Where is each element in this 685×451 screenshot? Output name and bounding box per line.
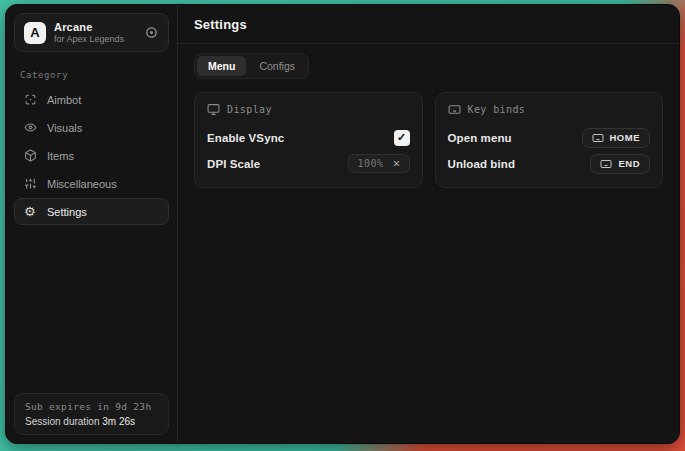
tabs-row: Menu Configs	[178, 44, 679, 79]
dpi-row: DPI Scale 100% ✕	[207, 151, 410, 176]
keybinds-card: Key binds Open menu HOME Unload bin	[435, 92, 664, 188]
display-card: Display Enable VSync ✓ DPI Scale 100% ✕	[194, 92, 423, 188]
gear-icon: ⚙	[24, 205, 37, 218]
session-duration-text: Session duration 3m 26s	[25, 416, 158, 427]
dpi-label: DPI Scale	[207, 158, 260, 170]
app-window: A Arcane for Apex Legends Category Aimbo…	[5, 4, 680, 444]
unload-bind-label: Unload bind	[448, 158, 516, 170]
brand-text: Arcane for Apex Legends	[54, 21, 136, 44]
main-panel: Settings Menu Configs Display	[178, 5, 679, 443]
open-menu-row: Open menu HOME	[448, 125, 651, 150]
target-icon[interactable]	[144, 25, 159, 40]
crosshair-scan-icon	[24, 93, 37, 106]
eye-icon	[24, 121, 37, 134]
page-title: Settings	[194, 17, 663, 32]
sidebar-item-miscellaneous[interactable]: Miscellaneous	[14, 170, 169, 197]
display-card-title: Display	[227, 104, 272, 115]
sidebar-item-label: Miscellaneous	[47, 178, 117, 190]
open-menu-label: Open menu	[448, 132, 512, 144]
tab-group: Menu Configs	[194, 53, 309, 79]
brand-title: Arcane	[54, 21, 136, 33]
sidebar-item-label: Aimbot	[47, 94, 81, 106]
keyboard-icon	[592, 132, 604, 144]
keybind-value: HOME	[610, 132, 641, 143]
tab-menu[interactable]: Menu	[197, 56, 246, 76]
category-label: Category	[20, 70, 165, 80]
sidebar-spacer	[14, 226, 169, 393]
keyboard-icon	[600, 158, 612, 170]
sidebar-item-settings[interactable]: ⚙ Settings	[14, 198, 169, 225]
sliders-icon	[24, 177, 37, 190]
app-logo: A	[24, 22, 46, 44]
dpi-value: 100%	[357, 158, 383, 169]
vsync-checkbox[interactable]: ✓	[394, 130, 410, 146]
unload-keybind-button[interactable]: END	[590, 154, 650, 174]
keybinds-card-header: Key binds	[448, 103, 651, 116]
sub-expiry-text: Sub expires in 9d 23h	[25, 401, 158, 412]
clear-icon[interactable]: ✕	[393, 159, 401, 169]
check-icon: ✓	[397, 131, 406, 144]
main-header: Settings	[178, 5, 679, 44]
sidebar-item-items[interactable]: Items	[14, 142, 169, 169]
tab-configs[interactable]: Configs	[248, 56, 306, 76]
box-icon	[24, 149, 37, 162]
display-card-header: Display	[207, 103, 410, 116]
unload-bind-row: Unload bind END	[448, 151, 651, 176]
sidebar: A Arcane for Apex Legends Category Aimbo…	[6, 5, 178, 443]
open-menu-keybind-button[interactable]: HOME	[582, 128, 651, 148]
brand-card: A Arcane for Apex Legends	[14, 13, 169, 52]
sidebar-item-aimbot[interactable]: Aimbot	[14, 86, 169, 113]
keybinds-card-title: Key binds	[468, 104, 526, 115]
monitor-icon	[207, 103, 220, 116]
keybind-value: END	[618, 158, 640, 169]
brand-subtitle: for Apex Legends	[54, 34, 136, 44]
vsync-label: Enable VSync	[207, 132, 284, 144]
session-card: Sub expires in 9d 23h Session duration 3…	[14, 393, 169, 435]
sidebar-item-label: Settings	[47, 206, 87, 218]
sidebar-item-visuals[interactable]: Visuals	[14, 114, 169, 141]
sidebar-item-label: Items	[47, 150, 74, 162]
sidebar-item-label: Visuals	[47, 122, 82, 134]
dpi-scale-input[interactable]: 100% ✕	[348, 154, 409, 173]
settings-content: Display Enable VSync ✓ DPI Scale 100% ✕	[178, 79, 679, 201]
vsync-row: Enable VSync ✓	[207, 125, 410, 150]
keyboard-icon	[448, 103, 461, 116]
